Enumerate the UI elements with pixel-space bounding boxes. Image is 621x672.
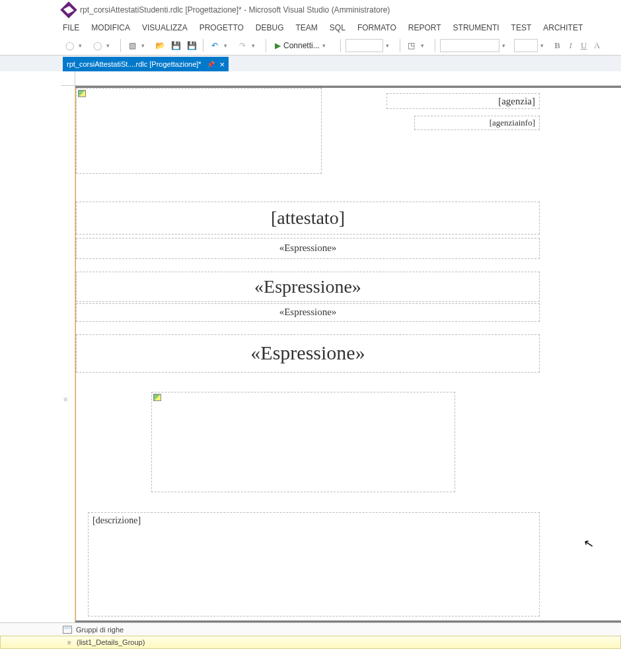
combo-1-dropdown[interactable]: ▾ — [386, 42, 395, 49]
document-tab[interactable]: rpt_corsiAttestatiSt....rdlc [Progettazi… — [63, 57, 229, 71]
nav-forward-icon[interactable]: ◯ — [91, 39, 104, 52]
list-icon: ≡ — [67, 639, 74, 646]
field-espressione-4-text: «Espressione» — [250, 342, 365, 363]
field-attestato[interactable]: [attestato] — [76, 202, 540, 235]
field-espressione-1-text: «Espressione» — [279, 243, 337, 253]
field-agenziainfo[interactable]: [agenziainfo] — [414, 116, 540, 130]
gutter-handle-icon[interactable]: ≡ — [63, 395, 70, 400]
menu-file[interactable]: FILE — [63, 23, 79, 32]
menu-team[interactable]: TEAM — [296, 23, 318, 32]
font-family-combo[interactable] — [440, 39, 499, 52]
target-dropdown[interactable]: ▾ — [421, 42, 430, 49]
image-placeholder-middle[interactable] — [151, 392, 455, 492]
menu-formato[interactable]: FORMATO — [357, 23, 396, 32]
document-tab-strip: rpt_corsiAttestatiSt....rdlc [Progettazi… — [0, 56, 621, 71]
menu-bar: FILE MODIFICA VISUALIZZA PROGETTO DEBUG … — [0, 20, 621, 36]
target-icon[interactable]: ◳ — [405, 39, 418, 52]
redo-icon[interactable]: ↷ — [236, 39, 249, 52]
toolbar-separator — [435, 39, 435, 52]
horizontal-ruler[interactable] — [75, 71, 621, 86]
toolbar-separator — [340, 39, 341, 52]
bold-button[interactable]: B — [552, 40, 563, 51]
field-agenziainfo-text: [agenziainfo] — [490, 118, 535, 128]
row-groups-icon — [63, 626, 72, 634]
menu-visualizza[interactable]: VISUALIZZA — [142, 23, 188, 32]
save-icon[interactable]: 💾 — [169, 39, 182, 52]
row-groups-header[interactable]: Gruppi di righe — [0, 622, 621, 636]
editor-area: ≡ [agenzia] [agenziainfo] [attestato] «E… — [0, 71, 621, 622]
font-size-combo[interactable] — [514, 39, 538, 52]
image-placeholder-top[interactable] — [76, 88, 322, 174]
nav-back-dropdown[interactable]: ▾ — [79, 42, 88, 49]
new-project-dropdown[interactable]: ▾ — [141, 42, 151, 49]
nav-back-icon[interactable]: ◯ — [63, 39, 76, 52]
undo-dropdown[interactable]: ▾ — [224, 42, 233, 49]
redo-dropdown[interactable]: ▾ — [252, 42, 261, 49]
field-descrizione-text: [descrizione] — [92, 515, 141, 525]
row-group-item-label: (list1_Details_Group) — [77, 638, 145, 646]
field-attestato-text: [attestato] — [271, 207, 345, 228]
connect-button[interactable]: ▶ Connetti... ▾ — [271, 40, 336, 52]
menu-debug[interactable]: DEBUG — [256, 23, 284, 32]
menu-progetto[interactable]: PROGETTO — [200, 23, 244, 32]
font-color-button[interactable]: A — [592, 40, 603, 51]
toolbar: ◯ ▾ ◯ ▾ ▧ ▾ 📂 💾 💾 ↶ ▾ ↷ ▾ ▶ Connetti... … — [0, 36, 621, 56]
document-tab-label: rpt_corsiAttestatiSt....rdlc [Progettazi… — [67, 60, 201, 68]
field-agenzia[interactable]: [agenzia] — [386, 93, 540, 109]
title-bar: rpt_corsiAttestatiStudenti.rdlc [Progett… — [0, 0, 621, 20]
vs-logo-icon — [60, 1, 77, 18]
ruler-corner — [61, 71, 75, 86]
row-group-item[interactable]: ≡ (list1_Details_Group) — [63, 638, 149, 646]
undo-icon[interactable]: ↶ — [208, 39, 221, 52]
new-project-icon[interactable]: ▧ — [126, 39, 139, 52]
field-espressione-2[interactable]: «Espressione» — [76, 272, 540, 302]
connect-dropdown: ▾ — [322, 42, 332, 49]
play-icon: ▶ — [275, 41, 281, 50]
close-icon[interactable]: × — [220, 59, 225, 69]
row-group-item-row: ≡ (list1_Details_Group) — [0, 636, 621, 649]
menu-strumenti[interactable]: STRUMENTI — [453, 23, 499, 32]
connect-label: Connetti... — [283, 41, 320, 50]
design-surface[interactable]: [agenzia] [agenziainfo] [attestato] «Esp… — [75, 86, 621, 622]
menu-sql[interactable]: SQL — [330, 23, 346, 32]
toolbar-combo-1[interactable] — [346, 39, 383, 52]
underline-button[interactable]: U — [579, 40, 589, 51]
vertical-ruler[interactable]: ≡ — [61, 71, 75, 622]
row-groups-label: Gruppi di righe — [76, 626, 124, 634]
save-all-icon[interactable]: 💾 — [185, 39, 198, 52]
field-descrizione[interactable]: [descrizione] — [88, 512, 540, 616]
pin-icon[interactable]: 📌 — [207, 61, 215, 68]
report-body[interactable]: [agenzia] [agenziainfo] [attestato] «Esp… — [75, 86, 621, 622]
field-espressione-4[interactable]: «Espressione» — [76, 334, 540, 373]
font-size-dropdown[interactable]: ▾ — [540, 42, 550, 49]
menu-architettura[interactable]: ARCHITET — [543, 23, 583, 32]
image-icon — [153, 394, 161, 401]
window-title: rpt_corsiAttestatiStudenti.rdlc [Progett… — [80, 5, 390, 15]
toolbar-separator — [400, 39, 400, 52]
bottom-padding — [0, 649, 621, 669]
field-espressione-3[interactable]: «Espressione» — [76, 303, 540, 322]
toolbar-separator — [266, 39, 266, 52]
field-espressione-3-text: «Espressione» — [279, 307, 337, 317]
nav-forward-dropdown[interactable]: ▾ — [106, 42, 116, 49]
toolbar-separator — [120, 39, 121, 52]
font-family-dropdown[interactable]: ▾ — [502, 42, 511, 49]
field-espressione-1[interactable]: «Espressione» — [76, 238, 540, 259]
menu-report[interactable]: REPORT — [408, 23, 441, 32]
field-espressione-2-text: «Espressione» — [254, 276, 361, 297]
menu-test[interactable]: TEST — [511, 23, 532, 32]
open-file-icon[interactable]: 📂 — [153, 39, 166, 52]
field-agenzia-text: [agenzia] — [498, 96, 535, 106]
image-icon — [78, 90, 86, 97]
italic-button[interactable]: I — [566, 40, 576, 51]
menu-modifica[interactable]: MODIFICA — [91, 23, 130, 32]
toolbar-separator — [203, 39, 203, 52]
